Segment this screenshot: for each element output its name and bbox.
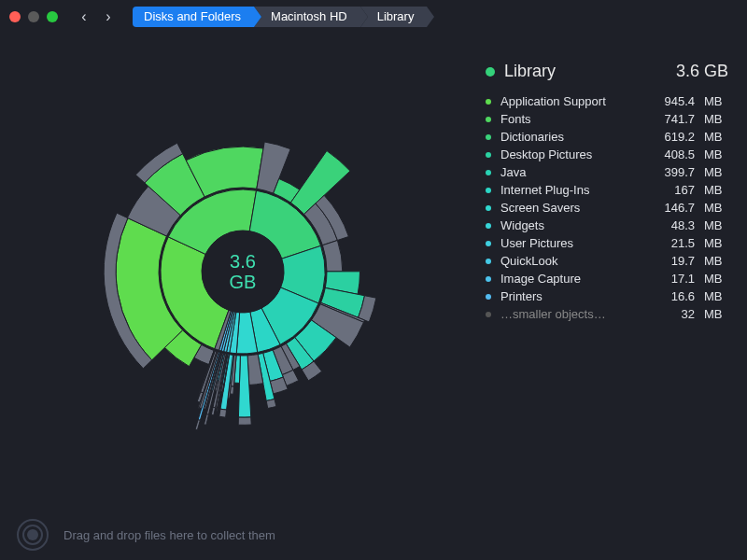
current-folder-size: 3.6 [676, 62, 699, 80]
minimize-window-button[interactable] [28, 11, 39, 22]
list-item[interactable]: Internet Plug-Ins167MB [486, 183, 728, 197]
item-unit: MB [704, 289, 728, 303]
nav-arrows: ‹ › [75, 8, 118, 25]
item-name: Application Support [500, 94, 644, 108]
list-item[interactable]: QuickLook19.7MB [486, 254, 728, 268]
folder-dot-icon [486, 67, 495, 77]
item-unit: MB [704, 201, 728, 215]
svg-point-0 [202, 231, 284, 313]
list-item[interactable]: User Pictures21.5MB [486, 236, 728, 250]
item-unit: MB [704, 236, 728, 250]
current-folder-unit: GB [704, 62, 728, 80]
item-unit: MB [704, 165, 728, 179]
list-item[interactable]: Desktop Pictures408.5MB [486, 147, 728, 161]
item-unit: MB [704, 183, 728, 197]
color-dot-icon [486, 294, 491, 300]
color-dot-icon [486, 259, 491, 264]
item-size: 619.2 [654, 130, 695, 144]
item-size: 408.5 [654, 147, 695, 161]
back-button[interactable]: ‹ [75, 8, 93, 25]
item-unit: MB [704, 218, 728, 232]
sunburst-chart-pane: 3.6 GB [0, 34, 486, 510]
item-name: Printers [500, 289, 644, 303]
item-size: 32 [654, 307, 695, 321]
color-dot-icon [486, 223, 491, 229]
item-unit: MB [704, 130, 728, 144]
forward-button[interactable]: › [99, 8, 118, 25]
item-name: User Pictures [500, 236, 644, 250]
list-item[interactable]: Printers16.6MB [486, 289, 728, 303]
item-name: Desktop Pictures [500, 147, 644, 161]
item-size: 741.7 [654, 112, 695, 126]
breadcrumb-item[interactable]: Macintosh HD [254, 7, 360, 27]
item-unit: MB [704, 94, 728, 108]
color-dot-icon [486, 312, 491, 317]
item-size: 21.5 [654, 236, 695, 250]
list-header: Library 3.6 GB [486, 62, 728, 81]
item-name: Dictionaries [500, 130, 644, 144]
current-folder-name: Library [504, 62, 556, 81]
item-name: QuickLook [500, 254, 644, 268]
item-size: 48.3 [654, 218, 695, 232]
drop-zone[interactable]: Drag and drop files here to collect them [0, 510, 747, 560]
color-dot-icon [486, 241, 491, 246]
list-item[interactable]: Application Support945.4MB [486, 94, 728, 108]
list-item[interactable]: Widgets48.3MB [486, 218, 728, 232]
color-dot-icon [486, 134, 491, 140]
sunburst-chart[interactable]: 3.6 GB [65, 94, 420, 449]
item-name: Widgets [500, 218, 644, 232]
color-dot-icon [486, 99, 491, 105]
drop-target-icon [17, 519, 49, 551]
list-item[interactable]: Dictionaries619.2MB [486, 130, 728, 144]
color-dot-icon [486, 152, 491, 158]
color-dot-icon [486, 117, 491, 122]
breadcrumb-item[interactable]: Library [360, 7, 428, 27]
item-size: 945.4 [654, 94, 695, 108]
item-size: 399.7 [654, 165, 695, 179]
item-size: 19.7 [654, 254, 695, 268]
item-size: 167 [654, 183, 695, 197]
list-item[interactable]: Image Capture17.1MB [486, 272, 728, 286]
list-item[interactable]: Java399.7MB [486, 165, 728, 179]
item-name: Image Capture [500, 272, 644, 286]
window-controls [9, 11, 58, 22]
color-dot-icon [486, 188, 491, 193]
drop-hint-text: Drag and drop files here to collect them [63, 528, 275, 542]
item-unit: MB [704, 147, 728, 161]
item-size: 146.7 [654, 201, 695, 215]
item-unit: MB [704, 272, 728, 286]
item-name: Fonts [500, 112, 644, 126]
breadcrumb: Disks and FoldersMacintosh HDLibrary [133, 7, 427, 27]
size-list-pane: Library 3.6 GB Application Support945.4M… [486, 34, 747, 510]
color-dot-icon [486, 170, 491, 175]
item-name: Screen Savers [500, 201, 644, 215]
size-list: Application Support945.4MBFonts741.7MBDi… [486, 94, 728, 321]
breadcrumb-item[interactable]: Disks and Folders [133, 7, 254, 27]
close-window-button[interactable] [9, 11, 21, 22]
list-item[interactable]: Screen Savers146.7MB [486, 201, 728, 215]
item-size: 16.6 [654, 289, 695, 303]
list-item-smaller[interactable]: …smaller objects…32MB [486, 307, 728, 321]
list-item[interactable]: Fonts741.7MB [486, 112, 728, 126]
titlebar: ‹ › Disks and FoldersMacintosh HDLibrary [0, 0, 747, 34]
item-unit: MB [704, 307, 728, 321]
item-name: Java [500, 165, 644, 179]
zoom-window-button[interactable] [47, 11, 58, 22]
item-name: …smaller objects… [500, 307, 644, 321]
item-unit: MB [704, 112, 728, 126]
item-unit: MB [704, 254, 728, 268]
color-dot-icon [486, 276, 491, 282]
item-name: Internet Plug-Ins [500, 183, 644, 197]
color-dot-icon [486, 205, 491, 211]
item-size: 17.1 [654, 272, 695, 286]
